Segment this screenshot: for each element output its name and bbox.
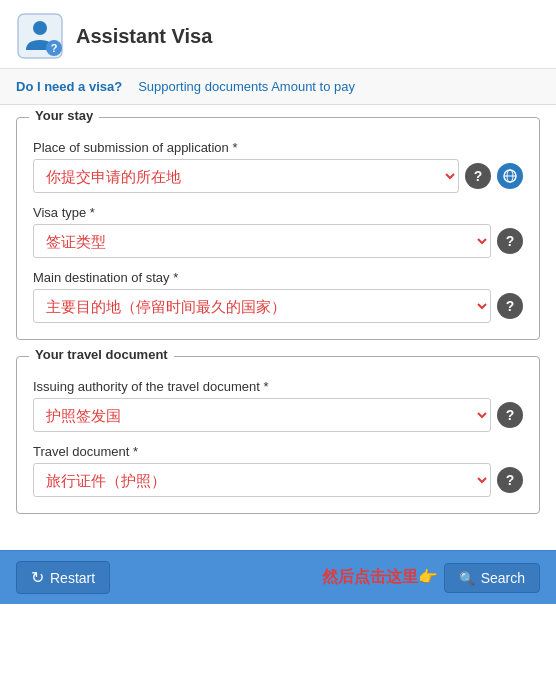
your-travel-document-legend: Your travel document xyxy=(29,347,174,362)
main-destination-label: Main destination of stay * xyxy=(33,270,523,285)
travel-document-row: 旅行证件（护照） ? xyxy=(33,463,523,497)
place-of-submission-globe-button[interactable] xyxy=(497,163,523,189)
issuing-authority-label: Issuing authority of the travel document… xyxy=(33,379,523,394)
visa-type-help-button[interactable]: ? xyxy=(497,228,523,254)
travel-document-select[interactable]: 旅行证件（护照） xyxy=(33,463,491,497)
your-stay-legend: Your stay xyxy=(29,108,99,123)
restart-button[interactable]: Restart xyxy=(16,561,110,594)
footer: Restart 然后点击这里👉 Search xyxy=(0,550,556,604)
svg-point-1 xyxy=(33,21,47,35)
main-content: Your stay Place of submission of applica… xyxy=(0,105,556,542)
place-of-submission-row: 你提交申请的所在地 ? xyxy=(33,159,523,193)
tab-do-i-need-a-visa[interactable]: Do I need a visa? xyxy=(16,77,122,96)
your-stay-section: Your stay Place of submission of applica… xyxy=(16,117,540,340)
visa-type-select[interactable]: 签证类型 xyxy=(33,224,491,258)
search-label: Search xyxy=(481,570,525,586)
svg-text:?: ? xyxy=(51,42,58,54)
tab-supporting-documents[interactable]: Supporting documents Amount to pay xyxy=(138,77,355,96)
footer-right: 然后点击这里👉 Search xyxy=(322,563,540,593)
footer-hint: 然后点击这里👉 xyxy=(322,567,438,588)
issuing-authority-row: 护照签发国 ? xyxy=(33,398,523,432)
main-destination-row: 主要目的地（停留时间最久的国家） ? xyxy=(33,289,523,323)
your-travel-document-section: Your travel document Issuing authority o… xyxy=(16,356,540,514)
footer-left: Restart xyxy=(16,561,110,594)
restart-label: Restart xyxy=(50,570,95,586)
nav-tabs: Do I need a visa? Supporting documents A… xyxy=(0,69,556,105)
page-title: Assistant Visa xyxy=(76,25,212,48)
travel-document-help-button[interactable]: ? xyxy=(497,467,523,493)
visa-type-label: Visa type * xyxy=(33,205,523,220)
refresh-icon xyxy=(31,568,44,587)
main-destination-group: Main destination of stay * 主要目的地（停留时间最久的… xyxy=(33,270,523,323)
issuing-authority-group: Issuing authority of the travel document… xyxy=(33,379,523,432)
visa-type-row: 签证类型 ? xyxy=(33,224,523,258)
issuing-authority-help-button[interactable]: ? xyxy=(497,402,523,428)
issuing-authority-select[interactable]: 护照签发国 xyxy=(33,398,491,432)
travel-document-group: Travel document * 旅行证件（护照） ? xyxy=(33,444,523,497)
visa-type-group: Visa type * 签证类型 ? xyxy=(33,205,523,258)
search-icon xyxy=(459,570,475,586)
place-of-submission-group: Place of submission of application * 你提交… xyxy=(33,140,523,193)
travel-document-label: Travel document * xyxy=(33,444,523,459)
search-button[interactable]: Search xyxy=(444,563,540,593)
place-of-submission-label: Place of submission of application * xyxy=(33,140,523,155)
place-of-submission-help-button[interactable]: ? xyxy=(465,163,491,189)
main-destination-select[interactable]: 主要目的地（停留时间最久的国家） xyxy=(33,289,491,323)
app-icon: ? xyxy=(16,12,64,60)
main-destination-help-button[interactable]: ? xyxy=(497,293,523,319)
header: ? Assistant Visa xyxy=(0,0,556,69)
place-of-submission-select[interactable]: 你提交申请的所在地 xyxy=(33,159,459,193)
